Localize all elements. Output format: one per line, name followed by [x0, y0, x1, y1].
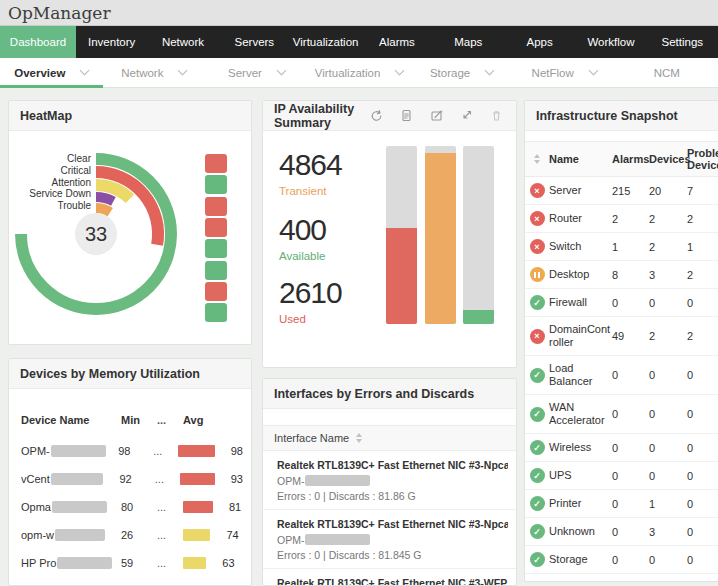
category-name[interactable]: Switch	[549, 240, 612, 253]
col-interface-name[interactable]: Interface Name	[274, 432, 349, 444]
problem-devices-count[interactable]: 2	[687, 269, 718, 281]
nav-item-maps[interactable]: Maps	[433, 26, 504, 58]
nav-item-workflow[interactable]: Workflow	[575, 26, 646, 58]
nav-item-apps[interactable]: Apps	[504, 26, 575, 58]
table-row[interactable]: ✓UPS000	[525, 462, 718, 490]
alarms-count[interactable]: 215	[612, 185, 649, 197]
nav-item-servers[interactable]: Servers	[219, 26, 290, 58]
table-row[interactable]: Opma48...57	[21, 577, 243, 586]
category-name[interactable]: Load Balancer	[549, 362, 612, 388]
alarms-count[interactable]: 0	[612, 498, 649, 510]
nav-item-inventory[interactable]: Inventory	[76, 26, 147, 58]
devices-count[interactable]: 2	[649, 241, 687, 253]
alarms-count[interactable]: 0	[612, 470, 649, 482]
subnav-tab-network[interactable]: Network	[103, 58, 206, 87]
interfaces-column-header[interactable]: Interface Name	[263, 425, 516, 451]
devices-count[interactable]: 0	[649, 369, 687, 381]
alarms-count[interactable]: 49	[612, 330, 649, 342]
category-name[interactable]: Storage	[549, 553, 612, 566]
delete-icon[interactable]	[490, 109, 503, 122]
devices-count[interactable]: 3	[649, 269, 687, 281]
category-name[interactable]: Printer	[549, 497, 612, 510]
chevron-down-icon[interactable]	[485, 66, 495, 76]
col-device-name[interactable]: Device Name	[21, 414, 121, 426]
subnav-tab-ncm[interactable]: NCM	[615, 58, 718, 87]
popout-icon[interactable]	[460, 109, 473, 122]
table-row[interactable]: ×Switch121	[525, 233, 718, 261]
table-row[interactable]: ✓Unknown030	[525, 518, 718, 546]
table-row[interactable]: opm-w26...74	[21, 521, 243, 549]
problem-devices-count[interactable]: 2	[687, 330, 718, 342]
nav-item-alarms[interactable]: Alarms	[361, 26, 432, 58]
table-row[interactable]: ✓Firewall000	[525, 289, 718, 317]
ip-bar-3[interactable]	[463, 146, 494, 324]
ip-bar-1[interactable]	[386, 146, 417, 324]
devices-count[interactable]: 2	[649, 213, 687, 225]
table-row[interactable]: HP Pro59...63	[21, 549, 243, 577]
problem-devices-count[interactable]: 2	[687, 213, 718, 225]
subnav-tab-virtualization[interactable]: Virtualization	[308, 58, 411, 87]
heatmap-cell[interactable]	[205, 282, 227, 301]
col-min[interactable]: Min	[121, 414, 157, 426]
devices-count[interactable]: 0	[649, 554, 687, 566]
nav-item-settings[interactable]: Settings	[647, 26, 718, 58]
chevron-down-icon[interactable]	[276, 66, 286, 76]
category-name[interactable]: Server	[549, 184, 612, 197]
col-problem-devices[interactable]: Problem Devices	[687, 147, 718, 171]
alarms-count[interactable]: 8	[612, 269, 649, 281]
table-row[interactable]: ✓Load Balancer000	[525, 356, 718, 395]
nav-item-virtualization[interactable]: Virtualization	[290, 26, 361, 58]
devices-count[interactable]: 1	[649, 498, 687, 510]
chevron-down-icon[interactable]	[588, 66, 598, 76]
nav-item-dashboard[interactable]: Dashboard	[0, 26, 76, 58]
problem-devices-count[interactable]: 0	[687, 408, 718, 420]
devices-count[interactable]: 0	[649, 408, 687, 420]
heatmap-cell[interactable]	[205, 261, 227, 280]
category-name[interactable]: Firewall	[549, 296, 612, 309]
alarms-count[interactable]: 0	[612, 442, 649, 454]
problem-devices-count[interactable]: 1	[687, 241, 718, 253]
devices-count[interactable]: 20	[649, 185, 687, 197]
col-devices[interactable]: Devices	[649, 153, 687, 165]
category-name[interactable]: DomainController	[549, 323, 612, 349]
col-name[interactable]: Name	[549, 153, 612, 165]
category-name[interactable]: Router	[549, 212, 612, 225]
alarms-count[interactable]: 0	[612, 554, 649, 566]
chevron-down-icon[interactable]	[178, 66, 188, 76]
heatmap-cell[interactable]	[205, 303, 227, 322]
category-name[interactable]: WAN Accelerator	[549, 401, 612, 427]
col-avg[interactable]: Avg	[183, 414, 243, 426]
subnav-tab-netflow[interactable]: NetFlow	[513, 58, 616, 87]
heatmap-cell[interactable]	[205, 197, 227, 216]
category-name[interactable]: Unknown	[549, 525, 612, 538]
table-row[interactable]: ✓Storage000	[525, 546, 718, 574]
table-row[interactable]: ×Server215207	[525, 177, 718, 205]
category-name[interactable]: Desktop	[549, 268, 612, 281]
chevron-down-icon[interactable]	[395, 66, 405, 76]
heatmap-cell[interactable]	[205, 175, 227, 194]
alarms-count[interactable]: 0	[612, 297, 649, 309]
devices-count[interactable]: 0	[649, 442, 687, 454]
table-row[interactable]: ✓Printer010	[525, 490, 718, 518]
alarms-count[interactable]: 0	[612, 408, 649, 420]
devices-count[interactable]: 0	[649, 470, 687, 482]
heatmap-cell[interactable]	[205, 154, 227, 173]
subnav-tab-storage[interactable]: Storage	[410, 58, 513, 87]
list-item[interactable]: Realtek RTL8139C+ Fast Ethernet NIC #3-N…	[263, 510, 516, 569]
alarms-count[interactable]: 0	[612, 526, 649, 538]
problem-devices-count[interactable]: 7	[687, 185, 718, 197]
heatmap-cell[interactable]	[205, 239, 227, 258]
category-name[interactable]: Wireless	[549, 441, 612, 454]
problem-devices-count[interactable]: 0	[687, 498, 718, 510]
sort-icon[interactable]	[525, 154, 549, 164]
problem-devices-count[interactable]: 0	[687, 297, 718, 309]
alarms-count[interactable]: 0	[612, 369, 649, 381]
chevron-down-icon[interactable]	[80, 66, 90, 76]
table-row[interactable]: vCent92...93	[21, 465, 243, 493]
heatmap-cell[interactable]	[205, 218, 227, 237]
table-row[interactable]: Opma80...81	[21, 493, 243, 521]
nav-item-network[interactable]: Network	[147, 26, 218, 58]
alarms-count[interactable]: 2	[612, 213, 649, 225]
ip-bar-2[interactable]	[425, 146, 456, 324]
table-row[interactable]: Desktop832	[525, 261, 718, 289]
